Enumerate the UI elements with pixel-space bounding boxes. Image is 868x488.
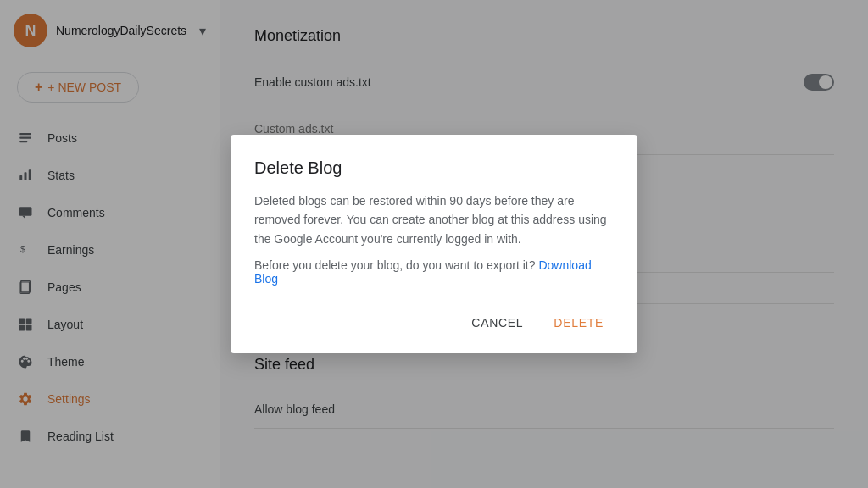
dialog-title: Delete Blog — [254, 158, 614, 178]
dialog-body-text: Deleted blogs can be restored within 90 … — [254, 191, 614, 248]
delete-blog-dialog: Delete Blog Deleted blogs can be restore… — [231, 135, 637, 353]
cancel-button[interactable]: CANCEL — [461, 309, 533, 336]
dialog-export-prompt: Before you delete your blog, do you want… — [254, 258, 614, 286]
modal-overlay: Delete Blog Deleted blogs can be restore… — [0, 0, 868, 488]
delete-button[interactable]: DELETE — [543, 309, 614, 336]
dialog-actions: CANCEL DELETE — [254, 309, 614, 336]
